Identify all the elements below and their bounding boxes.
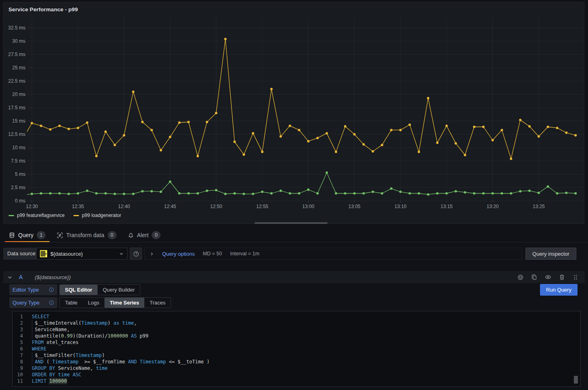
data-point [31,122,33,124]
tab-count-badge: 0 [108,231,117,239]
data-point [252,193,254,195]
data-point [67,128,70,130]
run-query-button[interactable]: Run Query [540,284,578,296]
data-point [464,154,466,156]
data-point [473,192,475,195]
data-point [445,125,448,127]
editor-scrollbar-thumb[interactable] [574,376,578,384]
data-point [58,125,61,127]
data-point [243,193,245,195]
data-point [188,121,190,123]
svg-text:13:10: 13:10 [394,204,407,209]
tab-query[interactable]: Query 1 [5,228,50,242]
query-options-bar: Query options MD = 50 Interval = 1m [144,248,522,260]
trash-icon[interactable] [559,274,565,280]
data-point [427,193,430,196]
svg-text:17.5 ms: 17.5 ms [8,105,25,111]
data-point [574,134,577,137]
query-type-traces[interactable]: Traces [144,298,171,308]
datasource-help-button[interactable] [130,248,142,260]
copy-icon[interactable] [531,274,537,280]
query-type-label-box: Query Type [9,297,57,308]
svg-text:13:05: 13:05 [348,204,361,209]
data-point [206,121,208,123]
data-point [353,133,356,136]
svg-text:13:25: 13:25 [533,204,545,209]
clickhouse-logo-icon [40,250,47,257]
legend-item-featureflagservice[interactable]: p99 featureflagservice [8,213,65,218]
data-point [399,191,402,193]
svg-text:2.5 ms: 2.5 ms [11,185,25,190]
editor-type-query-builder[interactable]: Query Builder [98,285,140,295]
data-point [279,190,282,192]
drag-handle-icon[interactable] [573,274,578,280]
data-point [500,192,503,195]
data-point [196,192,199,195]
svg-text:13:15: 13:15 [440,204,452,209]
query-type-time-series[interactable]: Time Series [104,298,144,308]
chevron-right-icon[interactable] [150,252,154,256]
chevron-down-icon[interactable] [7,275,13,280]
query-ref-id[interactable]: A [19,274,23,280]
panel-title: Service Performance - p99 [8,6,78,13]
line-number: 3 [13,326,23,333]
timeseries-panel: 0 ms2.5 ms5 ms7.5 ms10 ms12.5 ms15 ms17.… [3,2,584,224]
data-point [132,90,134,93]
data-point [427,97,430,99]
data-point [141,190,144,192]
info-circle-icon[interactable] [49,300,54,305]
svg-text:13:20: 13:20 [486,204,498,209]
code-line-6: 6WHERE [13,346,580,352]
data-point [178,121,181,124]
timeseries-chart: 0 ms2.5 ms5 ms7.5 ms10 ms12.5 ms15 ms17.… [4,2,585,224]
svg-text:27.5 ms: 27.5 ms [8,52,25,57]
query-type-table[interactable]: Table [60,298,83,308]
series-p99-loadgenerator [27,38,577,160]
query-type-label: Query Type [13,300,40,306]
tab-transform-data[interactable]: Transform data 0 [53,228,120,242]
line-number: 1 [13,313,23,320]
horizontal-scrollbar-thumb[interactable] [254,222,327,224]
data-point [49,192,52,195]
chart-legend: p99 featureflagservice p99 loadgenerator [8,213,121,218]
data-point [234,192,236,195]
query-options-toggle[interactable]: Query options [162,251,195,257]
line-number: 10 [13,371,23,378]
record-icon[interactable] [517,274,523,280]
data-point [150,129,153,131]
data-point [316,192,319,195]
data-point [289,125,291,127]
data-point [418,151,420,153]
data-point [325,132,328,134]
line-number: 9 [13,365,23,371]
code-line-9: 9GROUP BY ServiceName, time [13,365,580,371]
data-point [270,88,273,90]
editor-type-sql-editor[interactable]: SQL Editor [60,285,98,295]
data-point [298,129,300,131]
data-point [160,191,162,193]
sql-code-editor[interactable]: 1SELECT2 $__timeInterval(Timestamp) as t… [12,311,581,387]
data-point [40,192,42,195]
data-point [95,155,98,157]
legend-item-loadgenerator[interactable]: p99 loadgenerator [73,213,121,218]
data-point [574,192,577,195]
legend-swatch-green [8,215,14,216]
query-inspector-button[interactable]: Query inspector [525,248,576,260]
data-point [86,121,88,124]
datasource-select[interactable]: ${datasource} [36,248,127,260]
svg-text:25 ms: 25 ms [12,65,25,71]
data-point [344,192,346,195]
info-circle-icon[interactable] [49,287,54,292]
data-point [528,190,531,192]
query-type-logs[interactable]: Logs [83,298,104,308]
data-point [510,192,512,195]
data-point [58,192,61,195]
database-icon [9,232,15,238]
eye-icon[interactable] [545,274,551,280]
data-point [234,141,236,143]
code-line-5: 5FROM otel_traces [13,339,580,346]
tab-alert[interactable]: Alert 0 [124,228,165,242]
data-point [196,155,199,157]
editor-type-label: Editor Type [13,287,39,293]
data-point [270,192,273,195]
